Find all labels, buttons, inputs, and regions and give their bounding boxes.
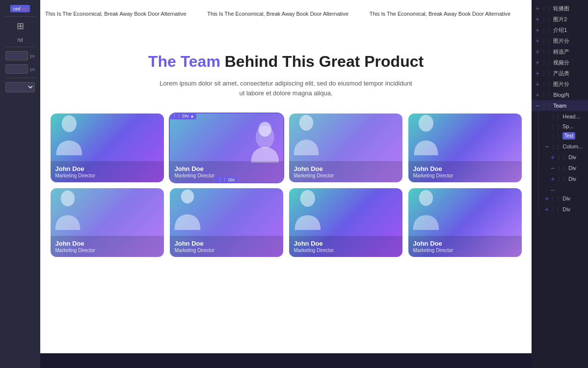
card-7-info: John Doe Marketing Director [408, 236, 522, 257]
rp-label-team: Team [553, 103, 584, 109]
width-input[interactable] [5, 51, 28, 60]
svg-point-6 [181, 190, 193, 203]
person-silhouette-0 [51, 113, 85, 155]
rp-item-div3[interactable]: + ⋮⋮ Div [539, 173, 588, 184]
rp-minus-column[interactable]: − [545, 142, 549, 150]
rp-dots-6: ⋮⋮ [541, 71, 551, 76]
card-6-info: John Doe Marketing Director [289, 236, 402, 257]
card-5-role: Marketing Director [175, 248, 278, 253]
rp-add-icon-1[interactable]: + [535, 15, 539, 23]
rp-dots-5: ⋮⋮ [541, 60, 551, 65]
rp-label-8: Blog内 [553, 91, 584, 99]
card-6-name: John Doe [294, 240, 398, 247]
rp-add-div3[interactable]: + [551, 175, 555, 183]
rp-add-icon-7[interactable]: + [535, 80, 539, 88]
team-subtext-line1: Lorem ipsum dolor sit amet, consectetur … [160, 80, 412, 87]
rp-dots-7: ⋮⋮ [541, 82, 551, 87]
rp-minus-icon-team[interactable]: − [535, 102, 539, 110]
rp-item-blog[interactable]: + ⋮⋮ Blog内 [532, 89, 588, 100]
team-section: The Team Behind This Great Product Lorem… [40, 33, 532, 354]
rp-item-video[interactable]: + ⋮⋮ 视频分 [532, 57, 588, 68]
rp-item-sp[interactable]: ⋮⋮ Sp... [539, 122, 588, 131]
rp-label-div2: Div [568, 165, 584, 171]
height-input[interactable] [5, 64, 28, 74]
rp-add-icon-0[interactable]: + [535, 4, 539, 12]
rp-add-div1[interactable]: + [551, 153, 555, 161]
rp-add-icon-3[interactable]: + [535, 37, 539, 45]
team-card-2[interactable]: John Doe Marketing Director [289, 113, 402, 182]
rp-item-img2[interactable]: + ⋮⋮ 图片2 [532, 14, 588, 25]
rp-add-icon-5[interactable]: + [535, 58, 539, 66]
rp-label-2: 介绍1 [553, 27, 584, 34]
rp-dots-div1: ⋮⋮ [557, 155, 566, 160]
team-subtext: Lorem ipsum dolor sit amet, consectetur … [50, 79, 522, 99]
rp-dots-8: ⋮⋮ [541, 92, 551, 98]
person-silhouette-4 [51, 188, 85, 230]
team-card-3[interactable]: John Doe Marketing Director [408, 113, 522, 182]
rp-dots-sp: ⋮⋮ [551, 124, 561, 129]
grid-icon: ⊞ [17, 21, 24, 31]
rp-dots-3: ⋮⋮ [541, 38, 551, 44]
rp-add-div4[interactable]: + [545, 195, 549, 202]
card-6-role: Marketing Director [294, 248, 398, 253]
rp-item-intro1[interactable]: + ⋮⋮ 介绍1 [532, 25, 588, 35]
rp-item-column[interactable]: − ⋮⋮ Colum... [539, 141, 588, 152]
rp-label-7: 图片分 [553, 81, 584, 88]
rp-dots-div5: ⋮⋮ [551, 207, 561, 212]
rp-label-div4: Div [562, 196, 584, 201]
rp-item-div2[interactable]: − ⋮⋮ Div [539, 163, 588, 173]
sidebar-select[interactable] [5, 82, 35, 92]
team-grid: John Doe Marketing Director ⋮⋮ Div ▲ Joh… [51, 113, 522, 257]
grid-label: rid [17, 37, 23, 43]
px-input-group-2: px [5, 64, 35, 74]
rp-item-products[interactable]: + ⋮⋮ 产品类 [532, 68, 588, 79]
card-4-info: John Doe Marketing Director [51, 236, 164, 257]
rp-label-1: 图片2 [553, 16, 584, 23]
rp-item-team[interactable]: − ⋮⋮ Team [532, 100, 588, 111]
rp-item-imgfn1[interactable]: + ⋮⋮ 图片分 [532, 35, 588, 46]
rp-add-div5[interactable]: + [545, 205, 549, 213]
person-silhouette-6 [289, 188, 323, 230]
card-0-name: John Doe [55, 165, 159, 172]
rp-dots-1: ⋮⋮ [541, 17, 551, 22]
rp-add-icon-2[interactable]: + [535, 26, 539, 34]
rp-item-div4[interactable]: + ⋮⋮ Div [539, 193, 588, 204]
rp-item-div1[interactable]: + ⋮⋮ Div [539, 152, 588, 163]
bottom-bar [40, 353, 532, 368]
team-card-6[interactable]: John Doe Marketing Director [289, 188, 402, 257]
rp-item-carousel[interactable]: + ⋮⋮ 轮播图 [532, 3, 588, 14]
left-sidebar: ced — ⊞ rid px px [0, 0, 40, 368]
person-silhouette-2 [289, 113, 323, 155]
rp-add-icon-8[interactable]: + [535, 91, 539, 99]
team-card-5[interactable]: John Doe Marketing Director [170, 188, 283, 257]
div-badge-bottom: ⋮⋮ Div [215, 176, 237, 182]
prev-section: This Is The Economical, Break Away Book … [40, 0, 532, 33]
rp-item-text[interactable]: ⋮⋮ Text [539, 131, 588, 141]
sidebar-ced-badge: ced — [10, 5, 30, 12]
card-2-info: John Doe Marketing Director [289, 161, 402, 182]
rp-add-icon-6[interactable]: + [535, 69, 539, 77]
rp-item-featured[interactable]: + ⋮⋮ 精选产 [532, 46, 588, 57]
rp-label-5: 视频分 [553, 59, 584, 66]
team-card-1[interactable]: ⋮⋮ Div ▲ John Doe Marketing Director ⋮⋮ … [170, 113, 283, 182]
card-2-name: John Doe [294, 165, 398, 172]
rp-item-div5[interactable]: + ⋮⋮ Div [539, 204, 588, 215]
rp-item-imgfn2[interactable]: + ⋮⋮ 图片分 [532, 79, 588, 89]
team-heading: The Team Behind This Great Product [50, 53, 522, 71]
rp-minus-div2[interactable]: − [551, 164, 555, 172]
rp-dots-column: ⋮⋮ [551, 144, 561, 149]
team-card-0[interactable]: John Doe Marketing Director [51, 113, 164, 182]
card-0-role: Marketing Director [55, 173, 159, 178]
rp-label-div1: Div [568, 154, 584, 160]
team-card-4[interactable]: John Doe Marketing Director [51, 188, 164, 257]
card-3-name: John Doe [413, 165, 517, 172]
rp-dots-2: ⋮⋮ [541, 28, 551, 33]
prev-card-2-text: This Is The Economical, Break Away Book … [207, 10, 364, 18]
rp-item-head[interactable]: − ⋮⋮ Head... [539, 111, 588, 122]
rp-label-sp: Sp... [562, 123, 584, 129]
team-card-7[interactable]: John Doe Marketing Director [408, 188, 522, 257]
svg-point-8 [419, 190, 432, 206]
rp-dots-div3: ⋮⋮ [557, 176, 566, 182]
rp-add-icon-4[interactable]: + [535, 48, 539, 56]
prev-card-1: This Is The Economical, Break Away Book … [45, 10, 202, 18]
